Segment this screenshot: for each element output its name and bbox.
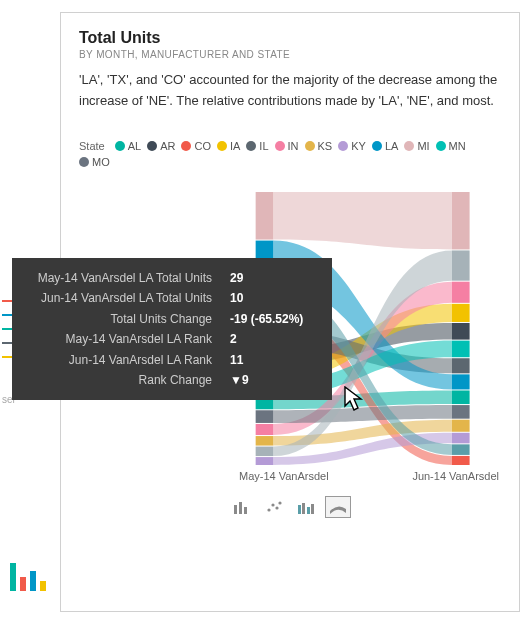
axis-label-right: Jun-14 VanArsdel <box>412 470 499 482</box>
legend-label-text: IN <box>288 140 299 152</box>
tooltip-value: ▼9 <box>230 370 318 390</box>
svg-rect-11 <box>452 281 470 302</box>
chart-type-column[interactable] <box>229 496 255 518</box>
tooltip-label: May-14 VanArsdel LA Total Units <box>26 268 212 288</box>
svg-point-31 <box>267 508 270 511</box>
chart-type-clustered[interactable] <box>293 496 319 518</box>
svg-rect-19 <box>452 192 470 249</box>
tooltip-row: Rank Change▼9 <box>26 370 318 390</box>
tooltip-label: Jun-14 VanArsdel LA Rank <box>26 350 212 370</box>
legend-item-ks[interactable]: KS <box>305 140 333 152</box>
svg-rect-3 <box>452 323 470 340</box>
svg-rect-7 <box>452 303 470 321</box>
legend-swatch <box>217 141 227 151</box>
legend-item-ia[interactable]: IA <box>217 140 240 152</box>
legend-swatch <box>115 141 125 151</box>
svg-rect-36 <box>302 503 305 514</box>
legend-label-text: MI <box>417 140 429 152</box>
legend-item-il[interactable]: IL <box>246 140 268 152</box>
svg-rect-25 <box>452 250 470 280</box>
svg-rect-28 <box>234 505 237 514</box>
svg-rect-13 <box>452 419 470 431</box>
legend-swatch <box>275 141 285 151</box>
legend-swatch <box>181 141 191 151</box>
legend-swatch <box>372 141 382 151</box>
hover-tooltip: May-14 VanArsdel LA Total Units29Jun-14 … <box>12 258 332 400</box>
legend-label-text: CO <box>194 140 211 152</box>
legend-label-text: LA <box>385 140 398 152</box>
insight-text: 'LA', 'TX', and 'CO' accounted for the m… <box>79 70 501 112</box>
legend-label-text: AL <box>128 140 141 152</box>
tooltip-value: -19 (-65.52%) <box>230 309 318 329</box>
chart-type-switcher <box>79 496 501 518</box>
tooltip-label: Rank Change <box>26 370 212 390</box>
chart-title: Total Units <box>79 29 501 47</box>
svg-rect-5 <box>452 456 470 465</box>
legend-item-mn[interactable]: MN <box>436 140 466 152</box>
legend-label-text: KY <box>351 140 366 152</box>
svg-rect-38 <box>311 504 314 514</box>
svg-rect-14 <box>256 457 274 465</box>
tooltip-row: May-14 VanArsdel LA Rank2 <box>26 329 318 349</box>
svg-point-33 <box>275 506 278 509</box>
legend-label-text: IA <box>230 140 240 152</box>
legend-item-al[interactable]: AL <box>115 140 141 152</box>
tooltip-value: 11 <box>230 350 318 370</box>
svg-rect-17 <box>452 374 470 389</box>
legend-swatch <box>246 141 256 151</box>
legend-item-la[interactable]: LA <box>372 140 398 152</box>
tooltip-row: Total Units Change-19 (-65.52%) <box>26 309 318 329</box>
svg-rect-27 <box>452 444 470 455</box>
legend-item-in[interactable]: IN <box>275 140 299 152</box>
svg-rect-35 <box>298 505 301 514</box>
legend-label-text: AR <box>160 140 175 152</box>
legend-field-label: State <box>79 140 105 152</box>
legend-swatch <box>305 141 315 151</box>
svg-rect-15 <box>452 432 470 443</box>
tooltip-label: Total Units Change <box>26 309 212 329</box>
legend-swatch <box>338 141 348 151</box>
legend-item-mi[interactable]: MI <box>404 140 429 152</box>
svg-rect-29 <box>239 502 242 514</box>
svg-rect-10 <box>256 424 274 435</box>
chart-type-scatter[interactable] <box>261 496 287 518</box>
tooltip-label: Jun-14 VanArsdel LA Total Units <box>26 288 212 308</box>
legend-item-co[interactable]: CO <box>181 140 211 152</box>
svg-point-34 <box>278 501 281 504</box>
svg-rect-12 <box>256 436 274 446</box>
tooltip-row: Jun-14 VanArsdel LA Rank11 <box>26 350 318 370</box>
chart-type-ribbon[interactable] <box>325 496 351 518</box>
legend-item-ky[interactable]: KY <box>338 140 366 152</box>
axis-label-left: May-14 VanArsdel <box>239 470 329 482</box>
legend-swatch <box>436 141 446 151</box>
legend-label-text: KS <box>318 140 333 152</box>
svg-point-32 <box>271 503 274 506</box>
svg-rect-22 <box>256 410 274 423</box>
svg-rect-37 <box>307 507 310 514</box>
tooltip-row: May-14 VanArsdel LA Total Units29 <box>26 268 318 288</box>
legend-item-mo[interactable]: MO <box>79 156 110 168</box>
fragment-bars <box>10 563 46 591</box>
chart-subtitle: BY MONTH, MANUFACTURER AND STATE <box>79 49 501 60</box>
legend-label-text: MN <box>449 140 466 152</box>
svg-rect-30 <box>244 507 247 514</box>
x-axis: May-14 VanArsdel Jun-14 VanArsdel <box>79 466 501 482</box>
svg-rect-9 <box>452 358 470 373</box>
tooltip-label: May-14 VanArsdel LA Rank <box>26 329 212 349</box>
legend-item-ar[interactable]: AR <box>147 140 175 152</box>
legend-swatch <box>147 141 157 151</box>
legend: State ALARCOIAILINKSKYLAMIMNMO <box>79 140 501 168</box>
svg-rect-1 <box>452 390 470 404</box>
svg-rect-18 <box>256 192 274 240</box>
tooltip-row: Jun-14 VanArsdel LA Total Units10 <box>26 288 318 308</box>
tooltip-value: 2 <box>230 329 318 349</box>
svg-rect-23 <box>452 405 470 419</box>
legend-label-text: MO <box>92 156 110 168</box>
svg-rect-24 <box>256 446 274 456</box>
svg-rect-21 <box>452 340 470 357</box>
legend-swatch <box>79 157 89 167</box>
legend-swatch <box>404 141 414 151</box>
tooltip-value: 29 <box>230 268 318 288</box>
legend-label-text: IL <box>259 140 268 152</box>
tooltip-value: 10 <box>230 288 318 308</box>
